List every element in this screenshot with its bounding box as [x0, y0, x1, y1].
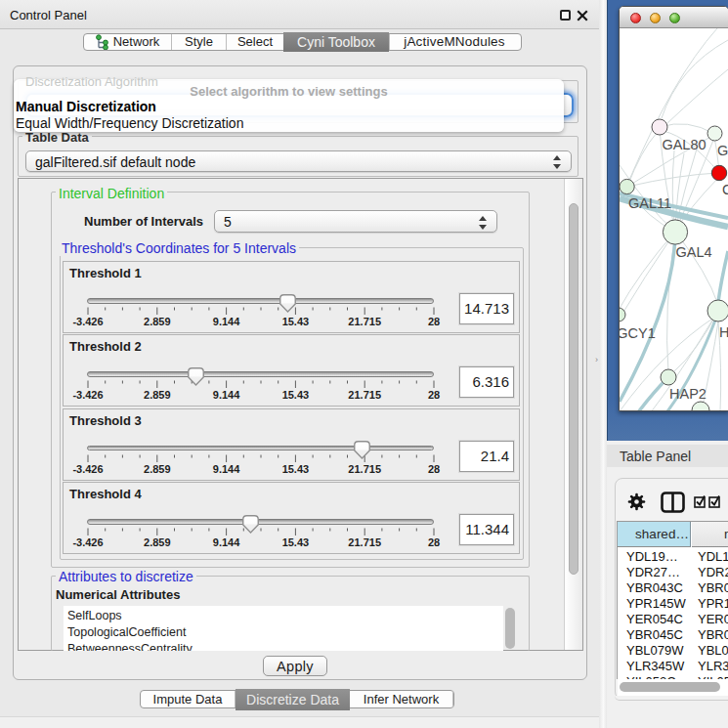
- svg-text:GAL11: GAL11: [628, 195, 671, 211]
- svg-text:GAL80: GAL80: [662, 137, 706, 152]
- svg-text:GA: GA: [717, 143, 728, 158]
- svg-text:GAL4: GAL4: [675, 244, 711, 260]
- svg-text:H: H: [719, 324, 728, 340]
- svg-text:HAP2: HAP2: [669, 386, 707, 402]
- svg-text:C: C: [722, 182, 728, 197]
- svg-text:GCY1: GCY1: [620, 325, 656, 341]
